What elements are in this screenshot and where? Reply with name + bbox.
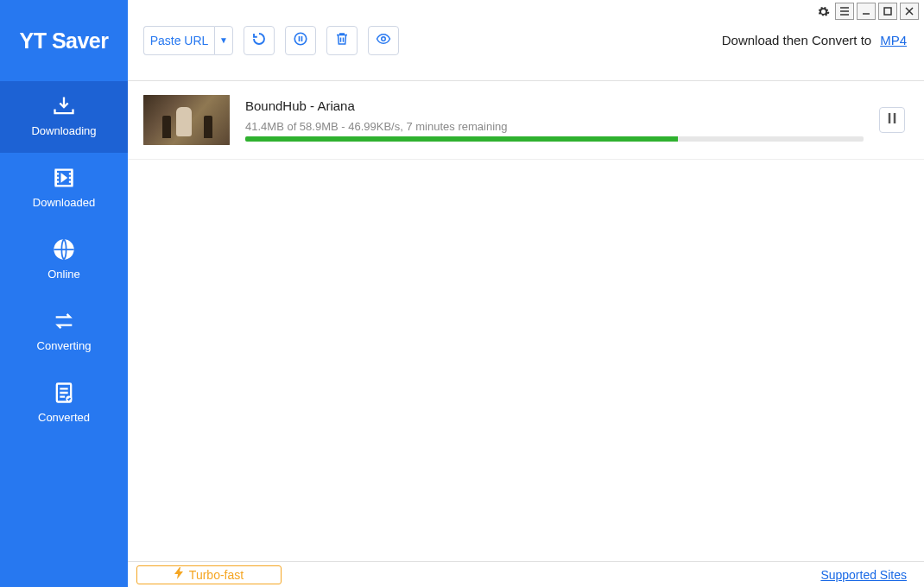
film-check-icon xyxy=(51,165,77,191)
sidebar-item-label: Online xyxy=(47,268,80,281)
svg-rect-4 xyxy=(884,8,891,15)
download-stats: 41.4MB of 58.9MB - 46.99KB/s, 7 minutes … xyxy=(245,120,864,133)
refresh-icon xyxy=(251,31,267,50)
minimize-icon xyxy=(862,7,870,16)
sidebar-item-label: Converted xyxy=(38,411,90,424)
download-thumbnail[interactable] xyxy=(143,95,230,145)
sidebar-item-label: Converting xyxy=(37,339,92,352)
download-title: BoundHub - Ariana xyxy=(245,98,864,113)
svg-point-5 xyxy=(294,33,307,45)
sidebar-item-converting[interactable]: Converting xyxy=(0,296,128,368)
download-progress-bar xyxy=(245,136,864,142)
settings-button[interactable] xyxy=(813,3,832,20)
eye-icon xyxy=(375,31,392,50)
turbo-fast-button[interactable]: Turbo-fast xyxy=(136,565,282,584)
sidebar-item-label: Downloading xyxy=(31,124,96,137)
toolbar: Paste URL ▼ xyxy=(128,0,924,81)
paste-url-button[interactable]: Paste URL xyxy=(143,26,214,55)
turbo-label: Turbo-fast xyxy=(189,568,244,582)
transfer-arrows-icon xyxy=(51,308,77,334)
close-icon xyxy=(905,7,914,16)
sidebar-item-online[interactable]: Online xyxy=(0,224,128,296)
bolt-icon xyxy=(174,567,184,582)
download-info: BoundHub - Ariana 41.4MB of 58.9MB - 46.… xyxy=(245,98,864,142)
supported-sites-link[interactable]: Supported Sites xyxy=(820,568,907,582)
sidebar-item-converted[interactable]: Converted xyxy=(0,368,128,439)
pause-all-button[interactable] xyxy=(285,26,316,55)
hamburger-icon xyxy=(839,7,850,16)
pause-download-button[interactable] xyxy=(879,107,905,133)
window-controls xyxy=(813,3,919,20)
preview-button[interactable] xyxy=(368,26,399,55)
convert-format-link[interactable]: MP4 xyxy=(880,33,907,47)
sidebar-item-downloaded[interactable]: Downloaded xyxy=(0,153,128,224)
svg-point-6 xyxy=(382,36,386,41)
sidebar: YT Saver Downloading Downloaded Online xyxy=(0,0,128,587)
close-button[interactable] xyxy=(900,3,919,20)
convert-label: Download then Convert to xyxy=(722,33,871,47)
download-progress-fill xyxy=(245,136,678,142)
globe-icon xyxy=(51,237,77,262)
download-row: BoundHub - Ariana 41.4MB of 58.9MB - 46.… xyxy=(128,81,924,160)
main-panel: Paste URL ▼ xyxy=(128,0,924,587)
sidebar-nav: Downloading Downloaded Online Converting xyxy=(0,81,128,439)
pause-circle-icon xyxy=(293,31,308,50)
footer: Turbo-fast Supported Sites xyxy=(128,561,924,587)
gear-icon xyxy=(817,5,830,18)
maximize-button[interactable] xyxy=(878,3,897,20)
paste-url-dropdown[interactable]: ▼ xyxy=(214,26,233,55)
document-check-icon xyxy=(51,380,77,406)
download-list: BoundHub - Ariana 41.4MB of 58.9MB - 46.… xyxy=(128,81,924,561)
trash-icon xyxy=(334,31,350,50)
app-brand: YT Saver xyxy=(0,0,128,81)
paste-url-group: Paste URL ▼ xyxy=(143,26,233,55)
delete-button[interactable] xyxy=(326,26,358,55)
minimize-button[interactable] xyxy=(857,3,876,20)
resume-all-button[interactable] xyxy=(244,26,275,55)
maximize-icon xyxy=(883,7,892,16)
download-tray-icon xyxy=(51,93,77,119)
sidebar-item-label: Downloaded xyxy=(33,196,95,209)
sidebar-item-downloading[interactable]: Downloading xyxy=(0,81,128,153)
pause-icon xyxy=(887,112,897,128)
menu-button[interactable] xyxy=(835,3,854,20)
